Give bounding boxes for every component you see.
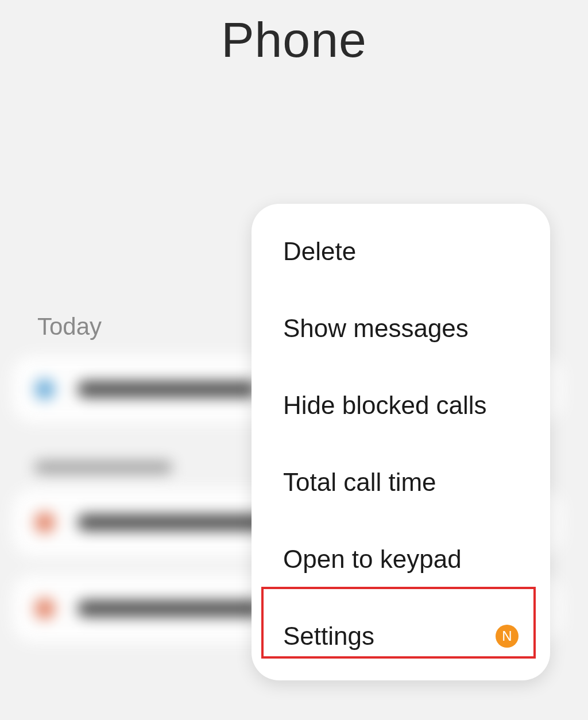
menu-item-label: Hide blocked calls [283,391,487,420]
menu-item-delete[interactable]: Delete [252,213,550,290]
redacted-text [78,514,268,531]
menu-item-label: Delete [283,237,356,266]
redacted-text [78,381,256,397]
menu-item-total-call-time[interactable]: Total call time [252,444,550,521]
call-type-icon [34,379,55,400]
menu-item-label: Open to keypad [283,545,462,574]
menu-item-open-to-keypad[interactable]: Open to keypad [252,521,550,598]
new-badge-icon: N [496,625,519,648]
menu-item-label: Total call time [283,468,436,497]
menu-item-show-messages[interactable]: Show messages [252,290,550,367]
page-title: Phone [0,11,588,68]
menu-item-label: Show messages [283,314,469,343]
menu-item-label: Settings [283,622,374,651]
section-today-label: Today [37,313,102,340]
overflow-menu: Delete Show messages Hide blocked calls … [252,204,550,680]
menu-item-settings[interactable]: Settings N [252,598,550,675]
menu-item-hide-blocked-calls[interactable]: Hide blocked calls [252,367,550,444]
call-type-icon [34,598,55,619]
redacted-text [78,601,262,617]
redacted-text [34,461,172,474]
call-type-icon [34,512,55,533]
